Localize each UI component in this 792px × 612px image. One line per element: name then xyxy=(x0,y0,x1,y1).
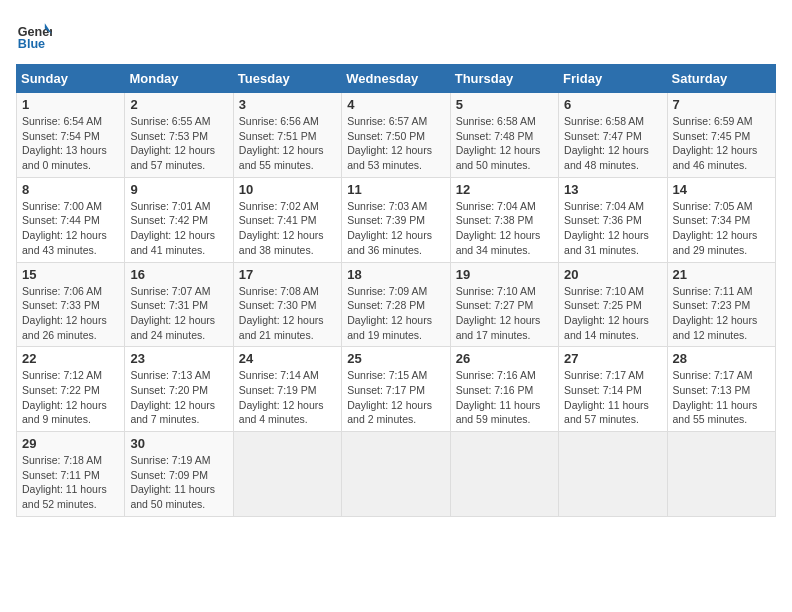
calendar-week-row: 1 Sunrise: 6:54 AMSunset: 7:54 PMDayligh… xyxy=(17,93,776,178)
day-info: Sunrise: 7:08 AMSunset: 7:30 PMDaylight:… xyxy=(239,285,324,341)
day-number: 18 xyxy=(347,267,444,282)
calendar-cell: 12 Sunrise: 7:04 AMSunset: 7:38 PMDaylig… xyxy=(450,177,558,262)
day-number: 24 xyxy=(239,351,336,366)
day-number: 15 xyxy=(22,267,119,282)
day-number: 26 xyxy=(456,351,553,366)
day-info: Sunrise: 7:04 AMSunset: 7:38 PMDaylight:… xyxy=(456,200,541,256)
day-info: Sunrise: 6:57 AMSunset: 7:50 PMDaylight:… xyxy=(347,115,432,171)
day-number: 27 xyxy=(564,351,661,366)
calendar-cell: 4 Sunrise: 6:57 AMSunset: 7:50 PMDayligh… xyxy=(342,93,450,178)
day-number: 17 xyxy=(239,267,336,282)
day-number: 25 xyxy=(347,351,444,366)
weekday-header-row: SundayMondayTuesdayWednesdayThursdayFrid… xyxy=(17,65,776,93)
calendar-cell: 14 Sunrise: 7:05 AMSunset: 7:34 PMDaylig… xyxy=(667,177,775,262)
day-info: Sunrise: 6:56 AMSunset: 7:51 PMDaylight:… xyxy=(239,115,324,171)
calendar-cell: 3 Sunrise: 6:56 AMSunset: 7:51 PMDayligh… xyxy=(233,93,341,178)
calendar-cell: 26 Sunrise: 7:16 AMSunset: 7:16 PMDaylig… xyxy=(450,347,558,432)
day-number: 20 xyxy=(564,267,661,282)
svg-text:Blue: Blue xyxy=(18,37,45,51)
day-number: 12 xyxy=(456,182,553,197)
calendar-cell: 17 Sunrise: 7:08 AMSunset: 7:30 PMDaylig… xyxy=(233,262,341,347)
calendar-table: SundayMondayTuesdayWednesdayThursdayFrid… xyxy=(16,64,776,517)
calendar-cell: 18 Sunrise: 7:09 AMSunset: 7:28 PMDaylig… xyxy=(342,262,450,347)
day-info: Sunrise: 7:15 AMSunset: 7:17 PMDaylight:… xyxy=(347,369,432,425)
day-info: Sunrise: 7:10 AMSunset: 7:25 PMDaylight:… xyxy=(564,285,649,341)
calendar-cell: 13 Sunrise: 7:04 AMSunset: 7:36 PMDaylig… xyxy=(559,177,667,262)
calendar-cell: 25 Sunrise: 7:15 AMSunset: 7:17 PMDaylig… xyxy=(342,347,450,432)
calendar-cell: 24 Sunrise: 7:14 AMSunset: 7:19 PMDaylig… xyxy=(233,347,341,432)
weekday-tuesday: Tuesday xyxy=(233,65,341,93)
day-info: Sunrise: 6:54 AMSunset: 7:54 PMDaylight:… xyxy=(22,115,107,171)
calendar-body: 1 Sunrise: 6:54 AMSunset: 7:54 PMDayligh… xyxy=(17,93,776,517)
calendar-cell: 2 Sunrise: 6:55 AMSunset: 7:53 PMDayligh… xyxy=(125,93,233,178)
calendar-cell: 27 Sunrise: 7:17 AMSunset: 7:14 PMDaylig… xyxy=(559,347,667,432)
day-info: Sunrise: 7:12 AMSunset: 7:22 PMDaylight:… xyxy=(22,369,107,425)
calendar-cell: 22 Sunrise: 7:12 AMSunset: 7:22 PMDaylig… xyxy=(17,347,125,432)
day-number: 14 xyxy=(673,182,770,197)
day-info: Sunrise: 6:55 AMSunset: 7:53 PMDaylight:… xyxy=(130,115,215,171)
weekday-sunday: Sunday xyxy=(17,65,125,93)
weekday-thursday: Thursday xyxy=(450,65,558,93)
calendar-cell: 6 Sunrise: 6:58 AMSunset: 7:47 PMDayligh… xyxy=(559,93,667,178)
day-info: Sunrise: 7:02 AMSunset: 7:41 PMDaylight:… xyxy=(239,200,324,256)
day-info: Sunrise: 7:19 AMSunset: 7:09 PMDaylight:… xyxy=(130,454,215,510)
day-number: 30 xyxy=(130,436,227,451)
day-info: Sunrise: 7:06 AMSunset: 7:33 PMDaylight:… xyxy=(22,285,107,341)
day-info: Sunrise: 7:05 AMSunset: 7:34 PMDaylight:… xyxy=(673,200,758,256)
calendar-cell: 15 Sunrise: 7:06 AMSunset: 7:33 PMDaylig… xyxy=(17,262,125,347)
day-number: 5 xyxy=(456,97,553,112)
day-number: 4 xyxy=(347,97,444,112)
calendar-cell: 20 Sunrise: 7:10 AMSunset: 7:25 PMDaylig… xyxy=(559,262,667,347)
calendar-cell: 5 Sunrise: 6:58 AMSunset: 7:48 PMDayligh… xyxy=(450,93,558,178)
logo: General Blue xyxy=(16,16,52,52)
calendar-cell: 1 Sunrise: 6:54 AMSunset: 7:54 PMDayligh… xyxy=(17,93,125,178)
day-number: 9 xyxy=(130,182,227,197)
day-number: 3 xyxy=(239,97,336,112)
day-info: Sunrise: 7:01 AMSunset: 7:42 PMDaylight:… xyxy=(130,200,215,256)
day-info: Sunrise: 6:58 AMSunset: 7:47 PMDaylight:… xyxy=(564,115,649,171)
day-info: Sunrise: 7:18 AMSunset: 7:11 PMDaylight:… xyxy=(22,454,107,510)
weekday-saturday: Saturday xyxy=(667,65,775,93)
day-info: Sunrise: 7:03 AMSunset: 7:39 PMDaylight:… xyxy=(347,200,432,256)
day-info: Sunrise: 7:13 AMSunset: 7:20 PMDaylight:… xyxy=(130,369,215,425)
day-number: 8 xyxy=(22,182,119,197)
day-number: 22 xyxy=(22,351,119,366)
day-info: Sunrise: 7:17 AMSunset: 7:13 PMDaylight:… xyxy=(673,369,758,425)
calendar-cell xyxy=(450,432,558,517)
day-info: Sunrise: 7:10 AMSunset: 7:27 PMDaylight:… xyxy=(456,285,541,341)
day-info: Sunrise: 7:07 AMSunset: 7:31 PMDaylight:… xyxy=(130,285,215,341)
calendar-cell: 8 Sunrise: 7:00 AMSunset: 7:44 PMDayligh… xyxy=(17,177,125,262)
calendar-week-row: 22 Sunrise: 7:12 AMSunset: 7:22 PMDaylig… xyxy=(17,347,776,432)
day-info: Sunrise: 7:16 AMSunset: 7:16 PMDaylight:… xyxy=(456,369,541,425)
day-info: Sunrise: 6:58 AMSunset: 7:48 PMDaylight:… xyxy=(456,115,541,171)
day-number: 23 xyxy=(130,351,227,366)
calendar-cell xyxy=(667,432,775,517)
calendar-cell xyxy=(342,432,450,517)
day-number: 21 xyxy=(673,267,770,282)
day-number: 16 xyxy=(130,267,227,282)
day-info: Sunrise: 6:59 AMSunset: 7:45 PMDaylight:… xyxy=(673,115,758,171)
calendar-cell: 21 Sunrise: 7:11 AMSunset: 7:23 PMDaylig… xyxy=(667,262,775,347)
day-info: Sunrise: 7:17 AMSunset: 7:14 PMDaylight:… xyxy=(564,369,649,425)
calendar-cell: 11 Sunrise: 7:03 AMSunset: 7:39 PMDaylig… xyxy=(342,177,450,262)
calendar-cell xyxy=(233,432,341,517)
logo-icon: General Blue xyxy=(16,16,52,52)
calendar-cell: 19 Sunrise: 7:10 AMSunset: 7:27 PMDaylig… xyxy=(450,262,558,347)
calendar-cell: 30 Sunrise: 7:19 AMSunset: 7:09 PMDaylig… xyxy=(125,432,233,517)
calendar-week-row: 15 Sunrise: 7:06 AMSunset: 7:33 PMDaylig… xyxy=(17,262,776,347)
day-number: 28 xyxy=(673,351,770,366)
day-number: 29 xyxy=(22,436,119,451)
weekday-wednesday: Wednesday xyxy=(342,65,450,93)
day-number: 2 xyxy=(130,97,227,112)
calendar-cell: 23 Sunrise: 7:13 AMSunset: 7:20 PMDaylig… xyxy=(125,347,233,432)
calendar-cell: 16 Sunrise: 7:07 AMSunset: 7:31 PMDaylig… xyxy=(125,262,233,347)
calendar-cell: 9 Sunrise: 7:01 AMSunset: 7:42 PMDayligh… xyxy=(125,177,233,262)
calendar-cell: 7 Sunrise: 6:59 AMSunset: 7:45 PMDayligh… xyxy=(667,93,775,178)
day-info: Sunrise: 7:14 AMSunset: 7:19 PMDaylight:… xyxy=(239,369,324,425)
day-number: 7 xyxy=(673,97,770,112)
calendar-cell: 28 Sunrise: 7:17 AMSunset: 7:13 PMDaylig… xyxy=(667,347,775,432)
day-info: Sunrise: 7:04 AMSunset: 7:36 PMDaylight:… xyxy=(564,200,649,256)
weekday-friday: Friday xyxy=(559,65,667,93)
day-number: 11 xyxy=(347,182,444,197)
day-number: 6 xyxy=(564,97,661,112)
